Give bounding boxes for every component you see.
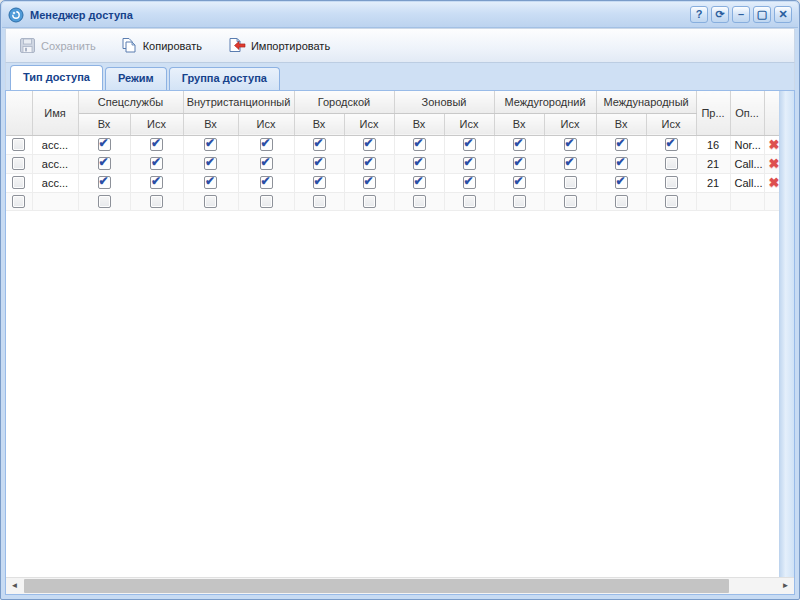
access-checkbox[interactable] — [413, 176, 426, 189]
minimize-icon[interactable]: – — [732, 6, 750, 23]
access-checkbox[interactable] — [98, 176, 111, 189]
column-header-priority[interactable]: Пр... — [696, 91, 730, 135]
description-cell[interactable]: Call... — [730, 154, 764, 173]
group-header-international[interactable]: Международный — [596, 91, 696, 113]
horizontal-scroll-thumb[interactable] — [24, 579, 729, 593]
access-checkbox[interactable] — [150, 176, 163, 189]
access-checkbox[interactable] — [413, 195, 426, 208]
subheader-in[interactable]: Вх — [183, 113, 238, 135]
subheader-out[interactable]: Исх — [238, 113, 294, 135]
access-checkbox[interactable] — [204, 176, 217, 189]
access-checkbox[interactable] — [313, 176, 326, 189]
close-icon[interactable]: ✕ — [774, 6, 792, 23]
access-checkbox[interactable] — [615, 138, 628, 151]
tab-access-group[interactable]: Группа доступа — [169, 67, 280, 90]
priority-cell[interactable]: 21 — [696, 154, 730, 173]
subheader-in[interactable]: Вх — [596, 113, 646, 135]
subheader-in[interactable]: Вх — [394, 113, 444, 135]
vertical-scrollbar[interactable] — [779, 91, 794, 577]
name-cell[interactable]: acc... — [32, 154, 78, 173]
subheader-out[interactable]: Исх — [544, 113, 596, 135]
row-select-checkbox[interactable] — [12, 176, 25, 189]
delete-row-icon[interactable]: ✖ — [769, 137, 780, 152]
access-checkbox[interactable] — [204, 157, 217, 170]
column-header-description[interactable]: Оп... — [730, 91, 764, 135]
group-header-intercity[interactable]: Междугородний — [494, 91, 596, 113]
description-cell[interactable] — [730, 192, 764, 210]
access-checkbox[interactable] — [615, 176, 628, 189]
access-checkbox[interactable] — [363, 176, 376, 189]
help-icon[interactable]: ? — [690, 6, 708, 23]
save-button[interactable]: Сохранить — [12, 33, 103, 58]
access-checkbox[interactable] — [313, 138, 326, 151]
access-checkbox[interactable] — [260, 176, 273, 189]
access-checkbox[interactable] — [204, 138, 217, 151]
access-checkbox[interactable] — [313, 195, 326, 208]
priority-cell[interactable]: 21 — [696, 173, 730, 192]
access-checkbox[interactable] — [463, 176, 476, 189]
maximize-icon[interactable]: ▢ — [753, 6, 771, 23]
tab-access-type[interactable]: Тип доступа — [10, 65, 103, 90]
access-checkbox[interactable] — [615, 157, 628, 170]
delete-row-icon[interactable]: ✖ — [769, 156, 780, 171]
access-checkbox[interactable] — [150, 195, 163, 208]
priority-cell[interactable]: 16 — [696, 135, 730, 154]
access-checkbox[interactable] — [363, 138, 376, 151]
access-checkbox[interactable] — [463, 195, 476, 208]
access-checkbox[interactable] — [564, 138, 577, 151]
access-checkbox[interactable] — [363, 195, 376, 208]
access-checkbox[interactable] — [513, 138, 526, 151]
name-cell[interactable]: acc... — [32, 135, 78, 154]
subheader-out[interactable]: Исх — [130, 113, 183, 135]
access-checkbox[interactable] — [363, 157, 376, 170]
access-checkbox[interactable] — [513, 157, 526, 170]
subheader-in[interactable]: Вх — [294, 113, 344, 135]
access-checkbox[interactable] — [150, 138, 163, 151]
access-checkbox[interactable] — [98, 195, 111, 208]
priority-cell[interactable] — [696, 192, 730, 210]
group-header-special-services[interactable]: Спецслужбы — [78, 91, 183, 113]
group-header-intrastation[interactable]: Внутристанционный — [183, 91, 294, 113]
horizontal-scrollbar[interactable]: ◄ ► — [6, 577, 794, 594]
access-checkbox[interactable] — [98, 138, 111, 151]
column-header-name[interactable]: Имя — [32, 91, 78, 135]
access-checkbox[interactable] — [260, 157, 273, 170]
row-select-checkbox[interactable] — [12, 195, 25, 208]
access-checkbox[interactable] — [260, 195, 273, 208]
group-header-zone[interactable]: Зоновый — [394, 91, 494, 113]
import-button[interactable]: Импортировать — [219, 33, 337, 58]
access-checkbox[interactable] — [98, 157, 111, 170]
access-checkbox[interactable] — [204, 195, 217, 208]
access-checkbox[interactable] — [313, 157, 326, 170]
access-checkbox[interactable] — [665, 195, 678, 208]
access-checkbox[interactable] — [260, 138, 273, 151]
access-checkbox[interactable] — [463, 138, 476, 151]
description-cell[interactable]: Call... — [730, 173, 764, 192]
access-checkbox[interactable] — [665, 157, 678, 170]
row-select-checkbox[interactable] — [12, 157, 25, 170]
access-checkbox[interactable] — [513, 176, 526, 189]
select-all-header[interactable] — [6, 91, 32, 135]
subheader-out[interactable]: Исх — [646, 113, 696, 135]
access-checkbox[interactable] — [665, 176, 678, 189]
access-checkbox[interactable] — [665, 138, 678, 151]
subheader-in[interactable]: Вх — [78, 113, 130, 135]
delete-row-icon[interactable]: ✖ — [769, 175, 780, 190]
name-cell[interactable]: acc... — [32, 173, 78, 192]
access-checkbox[interactable] — [413, 138, 426, 151]
access-checkbox[interactable] — [564, 195, 577, 208]
description-cell[interactable]: Nor... — [730, 135, 764, 154]
subheader-out[interactable]: Исх — [444, 113, 494, 135]
row-select-checkbox[interactable] — [12, 138, 25, 151]
access-checkbox[interactable] — [615, 195, 628, 208]
access-checkbox[interactable] — [413, 157, 426, 170]
subheader-out[interactable]: Исх — [344, 113, 394, 135]
tab-mode[interactable]: Режим — [105, 67, 167, 90]
group-header-city[interactable]: Городской — [294, 91, 394, 113]
access-checkbox[interactable] — [513, 195, 526, 208]
access-checkbox[interactable] — [564, 176, 577, 189]
access-checkbox[interactable] — [564, 157, 577, 170]
scroll-right-icon[interactable]: ► — [777, 578, 794, 594]
access-checkbox[interactable] — [463, 157, 476, 170]
access-checkbox[interactable] — [150, 157, 163, 170]
